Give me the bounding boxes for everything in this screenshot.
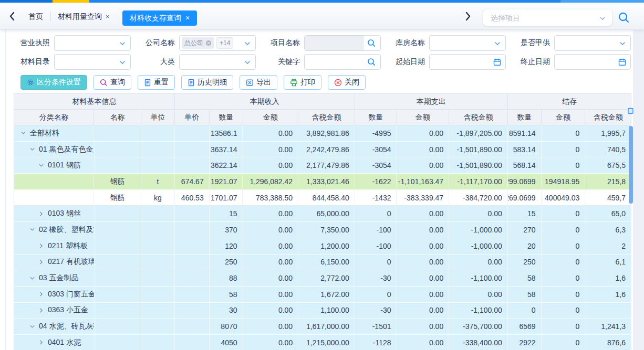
table-row[interactable]: 0401 水泥40500.001,215,000.00-11280.00-338… <box>14 335 631 350</box>
warehouse-name-select[interactable] <box>429 35 506 51</box>
column-settings-icon[interactable] <box>628 108 633 114</box>
query-button[interactable]: 查询 <box>94 75 131 90</box>
business-license-select[interactable] <box>54 35 131 51</box>
gear-icon <box>27 79 34 86</box>
value-cell: -1,897,205.00 <box>449 125 508 142</box>
column-header[interactable]: 含税金额 <box>298 110 355 125</box>
unit-cell <box>141 125 175 142</box>
app-window: 首页 材料用量查询× 材料收支存查询× 营业执照 <box>0 0 644 350</box>
category-cell: 0103 钢丝 <box>14 206 95 222</box>
filter-material-catalog: 材料目录 <box>13 54 131 70</box>
tree-collapse-icon[interactable] <box>38 163 44 168</box>
search-icon[interactable] <box>367 39 376 48</box>
column-header[interactable]: 数量 <box>210 110 243 125</box>
column-header[interactable]: 含税金额 <box>585 110 631 125</box>
tab-home[interactable]: 首页 <box>28 11 43 22</box>
column-header[interactable]: 金额 <box>542 110 586 125</box>
project-select[interactable] <box>483 9 612 26</box>
value-cell: 1,995,7 <box>585 125 631 142</box>
tree-expand-icon[interactable] <box>38 291 44 297</box>
column-group-header: 本期收入 <box>175 94 355 110</box>
column-header[interactable]: 名称 <box>94 110 141 125</box>
tag-close-icon[interactable] <box>205 40 212 46</box>
start-date-input[interactable] <box>429 54 506 70</box>
company-tag-more[interactable]: +14 <box>216 37 233 49</box>
project-name-input[interactable] <box>304 35 381 51</box>
column-header[interactable]: 金额 <box>397 110 450 125</box>
tree-expand-icon[interactable] <box>38 340 44 345</box>
tree-collapse-icon[interactable] <box>29 275 35 281</box>
vertical-scrollbar-thumb[interactable] <box>629 126 633 204</box>
tree-expand-icon[interactable] <box>38 211 44 217</box>
project-select-input[interactable] <box>491 13 590 23</box>
name-cell <box>95 335 142 350</box>
table-row[interactable]: 全部材料13586.10.003,892,981.86-49950.00-1,8… <box>14 125 631 142</box>
tree-collapse-icon[interactable] <box>29 227 35 232</box>
table-row[interactable]: 0303 门窗五金580.001,672.0000.000.005801,6 <box>14 287 631 303</box>
tab-close-icon[interactable]: × <box>185 14 190 22</box>
tree-collapse-icon[interactable] <box>29 146 35 152</box>
button-label: 查询 <box>110 78 125 87</box>
table-row[interactable]: 02 橡胶、塑料及非3700.007,350.00-1000.00-1,000.… <box>14 222 631 238</box>
unit-cell <box>141 142 175 158</box>
filter-row-2: 材料目录 大类 关键字 起始日期 <box>13 54 638 70</box>
column-header[interactable]: 分类名称 <box>14 110 94 125</box>
print-button[interactable]: 打印 <box>284 75 321 90</box>
value-cell: 0.00 <box>243 157 299 174</box>
column-header[interactable]: 含税金额 <box>449 110 508 125</box>
end-date-input[interactable] <box>554 54 631 70</box>
reset-button[interactable]: 重置 <box>138 75 175 90</box>
chevron-down-icon[interactable] <box>599 15 606 22</box>
category-name: 0103 钢丝 <box>48 209 81 218</box>
value-cell: 783,388.50 <box>243 190 298 206</box>
table-row[interactable]: 01 黑色及有色金属3637.140.002,242,479.86-30540.… <box>14 142 631 158</box>
tree-expand-icon[interactable] <box>38 259 44 265</box>
table-row[interactable]: 0211 塑料板1200.001,200.00-1000.00-1,000.00… <box>14 238 631 254</box>
search-icon <box>100 79 108 87</box>
category-cell: 02 橡胶、塑料及非 <box>14 222 95 238</box>
column-header[interactable]: 金额 <box>243 110 299 125</box>
value-cell: 194918.95 <box>542 174 586 190</box>
value-cell: -1,501,890.00 <box>449 142 508 158</box>
close-button[interactable]: 关闭 <box>328 75 366 90</box>
tab-material-balance-query-active[interactable]: 材料收支存查询× <box>122 10 197 26</box>
table-row[interactable]: 0217 有机玻璃2500.006,150.0000.000.0025006,1 <box>14 254 631 271</box>
history-detail-button[interactable]: 历史明细 <box>181 75 233 90</box>
column-header[interactable]: 数量 <box>508 110 542 125</box>
tree-expand-icon[interactable] <box>38 243 44 249</box>
chevron-right-icon[interactable] <box>464 11 472 22</box>
category-name: 0101 钢筋 <box>48 161 81 170</box>
column-header[interactable]: 数量 <box>355 110 397 125</box>
chevron-left-icon[interactable] <box>8 11 16 22</box>
owner-supplied-select[interactable] <box>554 35 631 51</box>
export-button[interactable]: 导出 <box>240 75 277 90</box>
tree-expand-icon[interactable] <box>38 307 44 313</box>
table-row[interactable]: 0101 钢筋3622.140.002,177,479.86-30540.00-… <box>14 157 631 174</box>
keyword-input[interactable] <box>304 54 381 70</box>
value-cell: -100 <box>355 238 397 254</box>
search-icon[interactable] <box>618 12 630 24</box>
tab-material-usage-query[interactable]: 材料用量查询× <box>58 11 110 22</box>
table-row[interactable]: 0103 钢丝150.0065,000.0000.000.0015065,0 <box>14 206 631 222</box>
name-cell: 钢筋 <box>94 190 141 206</box>
value-cell: -1,101,163.47 <box>397 174 449 190</box>
printer-icon <box>290 79 298 87</box>
search-icon[interactable] <box>367 58 376 67</box>
table-row[interactable]: 0363 小五金300.001,100.00-300.00-1,100.0000 <box>14 303 631 319</box>
company-name-select[interactable]: 总公司 +14 <box>179 35 256 51</box>
column-header[interactable]: 单位 <box>141 110 175 125</box>
table-row[interactable]: 03 五金制品880.002,772.00-300.00-1,100.00580… <box>14 270 631 287</box>
tree-collapse-icon[interactable] <box>20 130 26 136</box>
value-cell: 370 <box>210 222 243 238</box>
tab-close-icon[interactable]: × <box>106 13 110 20</box>
big-category-select[interactable] <box>179 54 256 70</box>
tree-collapse-icon[interactable] <box>29 324 35 330</box>
document-icon <box>188 79 195 87</box>
material-catalog-select[interactable] <box>54 54 131 70</box>
name-cell <box>95 206 142 222</box>
table-row[interactable]: 04 水泥、砖瓦灰砂80700.001,617,000.00-15010.00-… <box>14 319 631 335</box>
column-header[interactable]: 单价 <box>175 110 210 125</box>
condition-settings-button[interactable]: 区分条件设置 <box>20 75 87 90</box>
category-cell: 0363 小五金 <box>14 303 95 319</box>
value-cell: 0.00 <box>397 254 450 271</box>
